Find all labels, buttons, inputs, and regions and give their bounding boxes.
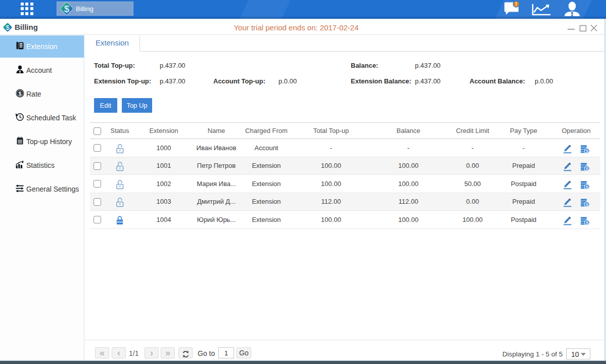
svg-text:$: $ <box>18 90 21 97</box>
svg-text:!: ! <box>516 2 517 7</box>
